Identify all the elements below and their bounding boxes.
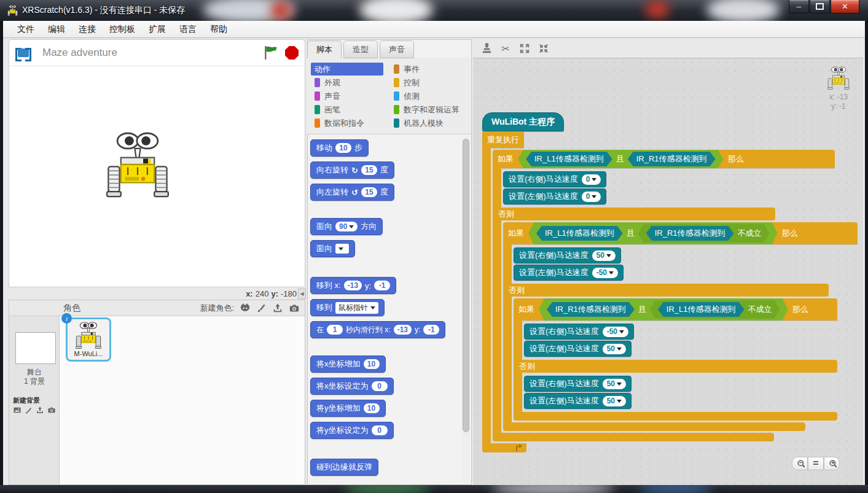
upload-backdrop-icon[interactable]	[36, 406, 44, 414]
zoom-in-button[interactable]: +	[824, 457, 840, 470]
hat-block-wulibot-main[interactable]: WuLiBot 主程序	[482, 112, 564, 131]
maximize-button[interactable]	[810, 0, 830, 14]
speed-dropdown[interactable]: 50	[603, 344, 626, 354]
block-goto-pointer[interactable]: 移到鼠标指针	[310, 299, 385, 316]
speed-dropdown[interactable]: -50	[603, 327, 628, 337]
block-goto-xy[interactable]: 移到 x:-13y:-1	[310, 277, 396, 294]
block-point-direction[interactable]: 面向90方向	[310, 218, 383, 235]
grow-icon[interactable]	[518, 42, 531, 55]
set-right-motor-block[interactable]: 设置(右侧)马达速度50	[514, 247, 621, 263]
stamp-icon[interactable]	[480, 42, 493, 55]
point-towards-dropdown[interactable]	[335, 244, 349, 254]
sprite-info-badge[interactable]: i	[61, 313, 72, 324]
speed-dropdown[interactable]: 0	[582, 174, 601, 185]
category-control[interactable]: 控制	[390, 76, 459, 89]
if-else-block-2[interactable]: 如果 IR_L1传感器检测到 且 IR_R1传感器检测到 不成立	[503, 222, 858, 431]
menu-extension[interactable]: 扩展	[142, 21, 173, 37]
cursor-toolbar: ✂	[473, 39, 863, 58]
menu-board[interactable]: 控制板	[103, 21, 142, 37]
menu-help[interactable]: 帮助	[203, 21, 234, 37]
menu-connect[interactable]: 连接	[72, 21, 103, 37]
if-else-block-3[interactable]: 如果 IR_R1传感器检测到 且 IR_L1传感器检测到 不成立	[514, 298, 837, 421]
category-operators[interactable]: 数字和逻辑运算	[390, 103, 459, 116]
set-left-motor-block[interactable]: 设置(左侧)马达速度50	[524, 341, 631, 357]
zoom-out-button[interactable]: −	[792, 457, 808, 470]
set-right-motor-block[interactable]: 设置(右侧)马达速度-50	[524, 324, 634, 340]
stage-thumbnail[interactable]	[15, 332, 56, 364]
sensor-ir-l1[interactable]: IR_L1传感器检测到	[526, 152, 612, 166]
block-turn-right[interactable]: 向右旋转↻15度	[310, 161, 394, 179]
menu-edit[interactable]: 编辑	[41, 21, 72, 37]
backdrop-library-icon[interactable]	[13, 406, 22, 414]
new-sprite-library-icon[interactable]	[240, 303, 251, 314]
category-motion[interactable]: 动作	[311, 63, 383, 76]
stop-button[interactable]	[285, 46, 299, 60]
sensor-ir-l1[interactable]: IR_L1传感器检测到	[658, 302, 745, 317]
paint-new-sprite-icon[interactable]	[256, 303, 267, 313]
category-looks[interactable]: 外观	[311, 76, 383, 89]
tab-scripts[interactable]: 脚本	[307, 41, 342, 58]
tab-costumes[interactable]: 造型	[343, 41, 378, 58]
not-operator[interactable]: IR_L1传感器检测到 不成立	[650, 300, 780, 319]
collapse-stage-button[interactable]: ◀	[298, 289, 306, 299]
block-set-y[interactable]: 将y坐标设定为0	[310, 422, 394, 439]
and-operator[interactable]: IR_R1传感器检测到 且 IR_L1传感器检测到 不成立	[539, 298, 788, 320]
goto-dropdown[interactable]: 鼠标指针	[335, 302, 378, 314]
sensor-ir-r1[interactable]: IR_R1传感器检测到	[646, 226, 734, 241]
block-set-x[interactable]: 将x坐标设定为0	[310, 378, 394, 395]
sensor-ir-l1[interactable]: IR_L1传感器检测到	[536, 226, 623, 241]
speed-dropdown[interactable]: 50	[592, 250, 616, 261]
and-operator[interactable]: IR_L1传感器检测到 且 IR_R1传感器检测到 不成立	[528, 222, 778, 244]
menu-language[interactable]: 语言	[173, 21, 203, 37]
block-glide[interactable]: 在1秒内滑行到 x:-13y:-1	[310, 321, 445, 338]
sprite-thumbnail-selected[interactable]: i M-WuLi...	[66, 317, 111, 362]
zoom-reset-button[interactable]: =	[808, 457, 824, 470]
set-left-motor-block[interactable]: 设置(左侧)马达速度-50	[514, 265, 624, 281]
if-else-block-1[interactable]: 如果 IR_L1传感器检测到 且 IR_R1传感器检测到 那么 设置(右侧)马达…	[493, 150, 858, 441]
camera-sprite-icon[interactable]	[289, 303, 300, 314]
category-data[interactable]: 数据和指令	[311, 117, 383, 130]
speed-dropdown[interactable]: -50	[592, 268, 618, 278]
block-point-towards[interactable]: 面向	[310, 240, 355, 257]
category-pen[interactable]: 画笔	[311, 103, 383, 116]
speed-dropdown[interactable]: 50	[603, 379, 626, 389]
close-button[interactable]: ✕	[831, 0, 859, 14]
paint-backdrop-icon[interactable]	[25, 406, 33, 414]
sprite-info-corner: x: -13 y: -1	[827, 66, 850, 111]
category-sensing[interactable]: 侦测	[390, 90, 459, 103]
sensor-ir-r1[interactable]: IR_R1传感器检测到	[547, 302, 635, 317]
stage-sprite-robot[interactable]	[106, 130, 169, 199]
category-sound[interactable]: 声音	[311, 90, 383, 103]
sensor-ir-r1[interactable]: IR_R1传感器检测到	[628, 152, 716, 166]
set-left-motor-block[interactable]: 设置(左侧)马达速度50	[524, 393, 631, 409]
block-bounce-on-edge[interactable]: 碰到边缘就反弹	[310, 459, 378, 476]
set-right-motor-block[interactable]: 设置(右侧)马达速度50	[524, 376, 631, 392]
category-events[interactable]: 事件	[390, 63, 459, 76]
speed-dropdown[interactable]: 50	[603, 396, 626, 406]
fullscreen-icon[interactable]	[15, 47, 31, 59]
not-operator[interactable]: IR_R1传感器检测到 不成立	[638, 224, 770, 243]
shrink-icon[interactable]	[538, 42, 550, 55]
script-area[interactable]: x: -13 y: -1 WuLiBot 主程序 重复执行 如果 IR_L1传感…	[473, 58, 863, 485]
upload-sprite-icon[interactable]	[272, 303, 283, 314]
category-robot[interactable]: 机器人模块	[390, 117, 459, 130]
app-window: XRScratch(v1.6.3) - 没有连接串口 - 未保存 ─ ✕ 文件 …	[0, 0, 868, 493]
green-flag-button[interactable]	[263, 45, 279, 61]
block-move[interactable]: 移动10步	[310, 139, 369, 157]
set-left-motor-block[interactable]: 设置(左侧)马达速度0	[503, 188, 606, 204]
stage-canvas[interactable]	[9, 66, 305, 287]
repeat-forever-block[interactable]: 重复执行 如果 IR_L1传感器检测到 且 IR_R1传感器检测到 那么	[482, 131, 858, 452]
speed-dropdown[interactable]: 0	[582, 192, 601, 202]
block-change-x[interactable]: 将x坐标增加10	[310, 355, 386, 373]
palette-scrollbar-thumb[interactable]	[463, 139, 469, 432]
block-change-y[interactable]: 将y坐标增加10	[310, 400, 386, 417]
menu-file[interactable]: 文件	[10, 21, 41, 37]
scissors-icon[interactable]: ✂	[499, 42, 512, 55]
set-right-motor-block[interactable]: 设置(右侧)马达速度0	[503, 171, 606, 187]
minimize-button[interactable]: ─	[789, 0, 809, 14]
camera-backdrop-icon[interactable]	[47, 406, 56, 414]
direction-dropdown[interactable]: 90	[335, 222, 358, 231]
and-operator[interactable]: IR_L1传感器检测到 且 IR_R1传感器检测到	[518, 150, 724, 168]
tab-sounds[interactable]: 声音	[380, 41, 414, 58]
block-turn-left[interactable]: 向左旋转↺15度	[310, 184, 394, 201]
